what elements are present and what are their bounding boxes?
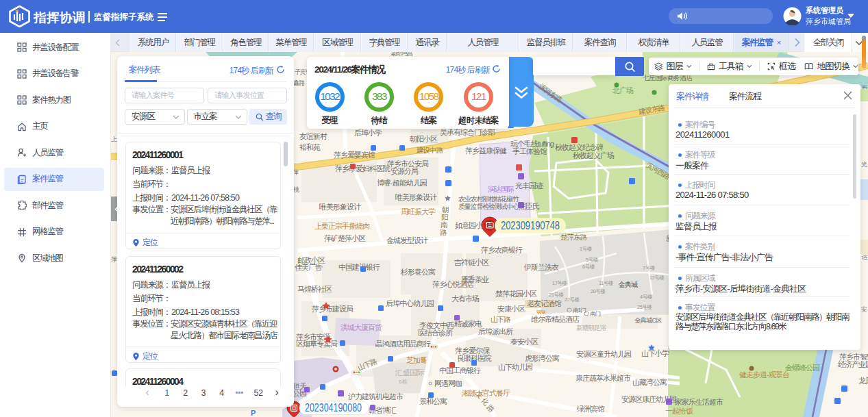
svg-text:山下幼儿园: 山下幼儿园: [498, 363, 532, 371]
svg-text:萍矿楚萍小区: 萍矿楚萍小区: [324, 234, 366, 242]
svg-text:手工体验馆: 手工体验馆: [512, 147, 547, 155]
svg-text:11号楼: 11号楼: [599, 280, 614, 286]
svg-text:吉祥链小区: 吉祥链小区: [454, 258, 489, 266]
svg-text:7号楼: 7号楼: [643, 265, 656, 271]
svg-text:雁香茶业: 雁香茶业: [461, 275, 489, 283]
svg-text:山下路: 山下路: [491, 315, 511, 323]
svg-text:杉形巷公寓: 杉形巷公寓: [400, 268, 436, 276]
svg-text:1号楼: 1号楼: [580, 246, 593, 252]
svg-text:湘赣士官式餐厅: 湘赣士官式餐厅: [462, 389, 510, 397]
svg-text:质量监督检验测试中心: 质量监督检验测试中心: [458, 203, 520, 210]
svg-text:北广场: 北广场: [612, 86, 634, 94]
svg-text:裕和苑: 裕和苑: [299, 143, 321, 151]
svg-text:网遇网咖: 网遇网咖: [434, 379, 462, 388]
svg-text:21号楼: 21号楼: [549, 292, 564, 298]
svg-text:中国建设银行: 中国建设银行: [338, 263, 380, 271]
svg-text:唯美形象设计: 唯美形象设计: [395, 193, 437, 201]
svg-text:唯美形象设计: 唯美形象设计: [319, 203, 361, 211]
svg-text:马煌桥社区: 马煌桥社区: [297, 285, 332, 293]
svg-text:山藏湾公寓: 山藏湾公寓: [632, 378, 667, 386]
svg-text:建设中路: 建设中路: [416, 146, 444, 154]
svg-text:伊斯兰洗衣: 伊斯兰洗衣: [523, 263, 559, 271]
svg-text:山下小学: 山下小学: [641, 349, 669, 357]
svg-text:上: 上: [111, 136, 117, 142]
svg-text:路: 路: [440, 228, 447, 236]
svg-text:6栋: 6栋: [399, 379, 407, 385]
svg-text:经济产业园区: 经济产业园区: [838, 360, 868, 368]
svg-text:后埠中心幼儿园: 后埠中心幼儿园: [386, 299, 434, 307]
svg-text:光丰园迹: 光丰园迹: [515, 181, 543, 190]
svg-text:维尔帝精品酒店: 维尔帝精品酒店: [531, 315, 580, 323]
svg-text:安源分局: 安源分局: [390, 167, 418, 175]
svg-text:汇盛国际: 汇盛国际: [395, 368, 425, 377]
svg-text:友谊新村: 友谊新村: [299, 132, 327, 140]
svg-text:萍乡市建设局: 萍乡市建设局: [312, 305, 353, 313]
svg-text:金典城C区: 金典城C区: [634, 316, 662, 324]
svg-text:中国工商银行: 中国工商银行: [439, 366, 481, 375]
svg-text:佳美广告: 佳美广告: [295, 263, 323, 271]
svg-text:萍乡农商银行: 萍乡农商银行: [481, 246, 523, 254]
svg-text:萍乡爱婴宾馆: 萍乡爱婴宾馆: [334, 151, 375, 159]
svg-text:202304190080: 202304190080: [305, 402, 362, 414]
svg-text:秋收起义纪念碑: 秋收起义纪念碑: [555, 143, 604, 151]
svg-text:健走步道-观景台: 健走步道-观景台: [739, 370, 789, 379]
svg-text:金城发型设计: 金城发型设计: [386, 236, 428, 244]
svg-text:后埠派出所: 后埠派出所: [478, 327, 513, 336]
svg-text:沪力建筑机电超市: 沪力建筑机电超市: [348, 392, 404, 401]
svg-text:南1门: 南1门: [573, 307, 586, 314]
svg-text:周旺振大学: 周旺振大学: [401, 207, 436, 216]
svg-text:景和公寓: 景和公寓: [419, 397, 447, 405]
svg-text:楚萍花园小区: 楚萍花园小区: [495, 290, 537, 298]
svg-text:安源区童升幼儿园: 安源区童升幼儿园: [576, 350, 631, 358]
svg-text:4号楼: 4号楼: [640, 294, 653, 300]
svg-text:P: P: [251, 409, 256, 417]
svg-text:博睿·超能幼儿园: 博睿·超能幼儿园: [377, 179, 427, 187]
svg-text:农业农村部柑桔花椒竹: 农业农村部柑桔花椒竹: [458, 195, 519, 203]
svg-text:萍乡益康保健: 萍乡益康保健: [465, 147, 507, 155]
svg-text:秋收起义广场: 秋收起义广场: [573, 151, 615, 160]
svg-text:一起恰饭: 一起恰饭: [665, 407, 693, 415]
svg-text:晶鸿酒店用品商行: 晶鸿酒店用品商行: [375, 340, 431, 348]
svg-text:鑫路: 鑫路: [293, 79, 305, 86]
svg-text:安康小区: 安康小区: [497, 305, 525, 313]
svg-text:25号楼: 25号楼: [637, 304, 652, 310]
svg-text:5号楼: 5号楼: [586, 257, 599, 263]
svg-text:20号楼: 20号楼: [591, 288, 606, 294]
svg-text:光: 光: [861, 161, 867, 168]
svg-text:金典城: 金典城: [618, 281, 638, 288]
svg-text:医结合诊所: 医结合诊所: [418, 329, 453, 337]
svg-text:绿洲宾馆: 绿洲宾馆: [576, 405, 605, 413]
svg-text:12号楼: 12号楼: [649, 275, 665, 281]
svg-text:202309190748: 202309190748: [501, 220, 560, 231]
svg-text:楚萍东路: 楚萍东路: [560, 233, 588, 241]
svg-text:安: 安: [861, 306, 867, 313]
svg-text:上栗正宗手撕烧肉: 上栗正宗手撕烧肉: [314, 222, 369, 230]
svg-text:17号楼: 17号楼: [552, 280, 567, 286]
svg-text:大有市场: 大有市场: [451, 294, 480, 303]
svg-text:虎形湾公寓: 虎形湾公寓: [525, 354, 560, 362]
svg-text:洪城大厦百货: 洪城大厦百货: [340, 323, 382, 331]
svg-text:龙凤: 龙凤: [858, 377, 868, 385]
svg-text:康庄蔬萃水果超市: 康庄蔬萃水果超市: [575, 374, 631, 382]
svg-text:区烟草专卖局: 区烟草专卖局: [296, 340, 337, 348]
svg-text:金螺峰公园: 金螺峰公园: [785, 364, 819, 372]
svg-text:家家乐生活超市: 家家乐生活超市: [675, 398, 723, 406]
svg-text:屈臣氏: 屈臣氏: [519, 202, 540, 210]
svg-text:新塘朝足浴: 新塘朝足浴: [576, 324, 607, 331]
svg-text:6号楼: 6号楼: [582, 264, 595, 270]
svg-text:泰安小区: 泰安小区: [510, 338, 538, 346]
svg-text:老友记酒馆: 老友记酒馆: [527, 299, 562, 307]
svg-text:萍: 萍: [111, 256, 117, 263]
svg-text:后埠小学: 后埠小学: [354, 129, 382, 137]
svg-text:朝阳小区: 朝阳小区: [409, 135, 438, 143]
svg-text:老郎鸿昌: 老郎鸿昌: [390, 52, 412, 57]
svg-text:润达国际: 润达国际: [488, 185, 514, 193]
svg-text:吴承有综合门诊部: 吴承有综合门诊部: [440, 128, 495, 136]
svg-text:南门: 南门: [590, 310, 601, 317]
svg-text:22号楼: 22号楼: [565, 296, 580, 303]
svg-text:萍乡珍爱妇科医院: 萍乡珍爱妇科医院: [335, 164, 390, 173]
